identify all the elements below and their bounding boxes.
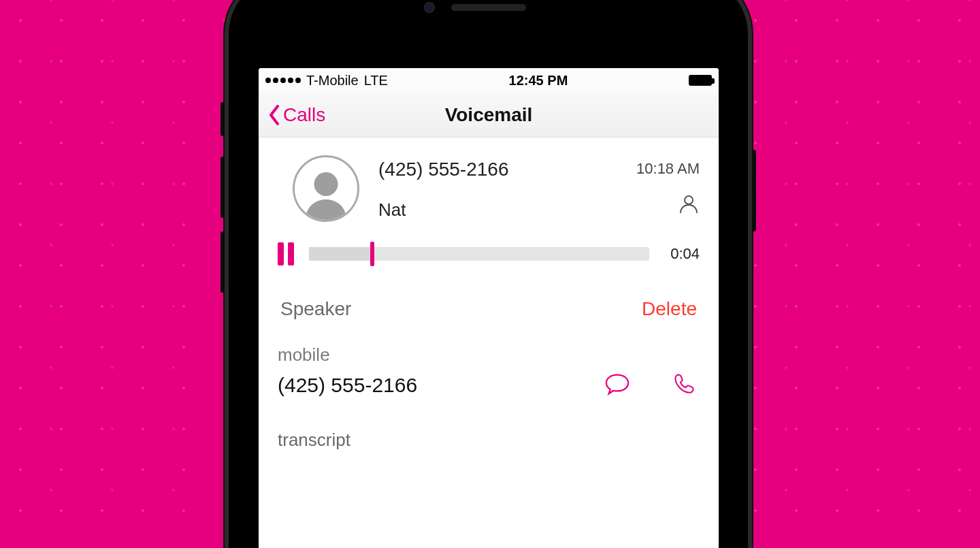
call-button[interactable]: [671, 372, 697, 398]
pause-icon: [288, 242, 294, 265]
volume-down-button: [220, 231, 225, 293]
playback-controls: 0:04: [278, 234, 700, 272]
caller-phone-number: (425) 555-2166: [378, 159, 617, 180]
volume-up-button: [220, 157, 225, 218]
svg-point-1: [685, 196, 693, 204]
elapsed-time: 0:04: [664, 245, 700, 263]
caller-name: Nat: [378, 199, 617, 221]
delete-button[interactable]: Delete: [642, 298, 697, 320]
chevron-left-icon: [268, 105, 280, 125]
phone-type-label: mobile: [278, 344, 700, 366]
contact-icon: [678, 193, 700, 214]
network-label: LTE: [364, 73, 388, 88]
back-label: Calls: [283, 104, 325, 126]
power-button: [752, 150, 756, 231]
phone-screen: T-Mobile LTE 12:45 PM Calls Voicemail: [259, 68, 719, 548]
playback-handle[interactable]: [370, 242, 374, 266]
phone-handset-icon: [671, 372, 697, 396]
callback-row: (425) 555-2166: [278, 366, 700, 417]
clock-label: 12:45 PM: [388, 73, 689, 88]
carrier-label: T-Mobile: [306, 73, 359, 88]
avatar: [293, 155, 359, 222]
svg-point-0: [314, 172, 338, 196]
person-silhouette-icon: [299, 165, 353, 220]
playback-progress-fill: [309, 247, 370, 261]
signal-strength-icon: [265, 78, 301, 83]
received-time: 10:18 AM: [636, 160, 700, 178]
status-bar: T-Mobile LTE 12:45 PM: [259, 68, 719, 93]
speaker-button[interactable]: Speaker: [280, 298, 351, 320]
pause-button[interactable]: [278, 242, 294, 265]
action-row: Speaker Delete: [278, 272, 700, 340]
transcript-label: transcript: [278, 430, 700, 451]
callback-number: (425) 555-2166: [278, 374, 417, 397]
playback-scrubber[interactable]: [309, 247, 649, 261]
message-button[interactable]: [604, 372, 630, 398]
nav-bar: Calls Voicemail: [259, 93, 719, 138]
phone-frame: T-Mobile LTE 12:45 PM Calls Voicemail: [225, 0, 752, 548]
contact-card-button[interactable]: [678, 193, 700, 217]
speech-bubble-icon: [604, 372, 630, 396]
pause-icon: [278, 242, 284, 265]
caller-row: (425) 555-2166 Nat 10:18 AM: [278, 138, 700, 234]
page-title: Voicemail: [259, 104, 719, 126]
back-button[interactable]: Calls: [268, 104, 325, 126]
battery-icon: [689, 75, 712, 86]
mute-switch: [220, 102, 225, 136]
